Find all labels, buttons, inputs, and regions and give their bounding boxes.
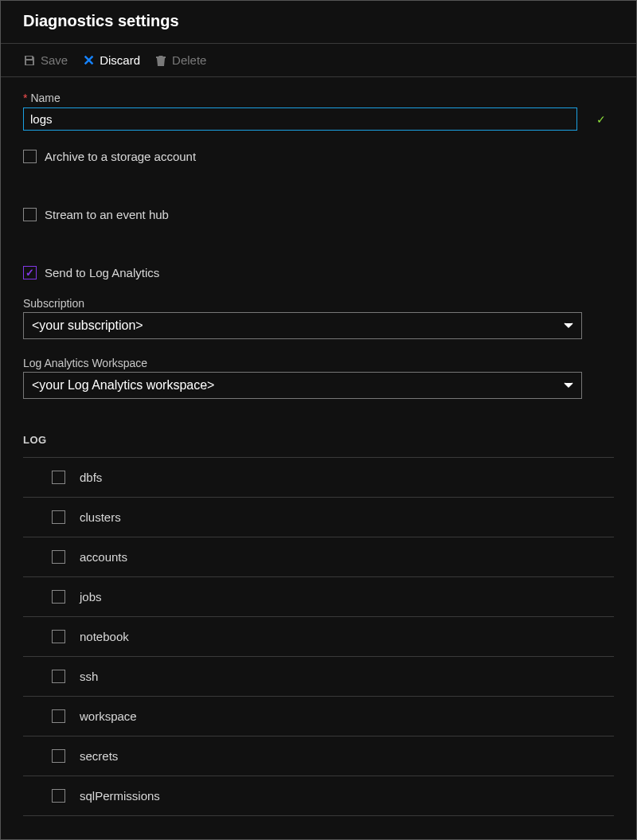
stream-label: Stream to an event hub <box>45 208 169 221</box>
page-header: Diagnostics settings <box>1 1 636 44</box>
delete-button[interactable]: Delete <box>154 53 206 67</box>
save-icon <box>23 54 36 67</box>
log-item[interactable]: workspace <box>23 696 614 736</box>
chevron-down-icon <box>564 380 573 391</box>
workspace-field: Log Analytics Workspace <your Log Analyt… <box>23 357 614 399</box>
log-item-checkbox[interactable] <box>52 789 65 803</box>
name-field-label: * Name <box>23 92 614 104</box>
stream-option[interactable]: Stream to an event hub <box>23 208 614 221</box>
save-label: Save <box>41 53 68 67</box>
log-item[interactable]: sqlPermissions <box>23 776 614 816</box>
log-item-label: jobs <box>80 590 102 604</box>
log-list: dbfsclustersaccountsjobsnotebooksshworks… <box>23 457 614 816</box>
log-analytics-label: Send to Log Analytics <box>45 266 159 279</box>
discard-button[interactable]: ✕ Discard <box>82 53 140 67</box>
content: * Name ✓ Archive to a storage account St… <box>1 77 636 824</box>
workspace-label: Log Analytics Workspace <box>23 357 614 369</box>
log-item-label: sqlPermissions <box>80 789 160 803</box>
log-analytics-option[interactable]: Send to Log Analytics <box>23 266 614 279</box>
subscription-value: <your subscription> <box>32 318 143 333</box>
archive-option[interactable]: Archive to a storage account <box>23 150 614 163</box>
log-item-checkbox[interactable] <box>52 630 65 643</box>
log-item-checkbox[interactable] <box>52 471 65 484</box>
log-item-checkbox[interactable] <box>52 749 65 763</box>
log-item-label: ssh <box>80 670 98 683</box>
delete-label: Delete <box>172 53 206 67</box>
check-icon: ✓ <box>596 113 606 126</box>
log-item[interactable]: secrets <box>23 736 614 776</box>
stream-checkbox[interactable] <box>23 208 37 221</box>
name-label-text: Name <box>30 92 60 104</box>
log-item-checkbox[interactable] <box>52 550 65 564</box>
log-item-checkbox[interactable] <box>52 709 65 723</box>
name-input[interactable] <box>23 107 577 131</box>
log-item-checkbox[interactable] <box>52 670 65 683</box>
toolbar: Save ✕ Discard Delete <box>1 44 636 77</box>
log-item-label: dbfs <box>80 471 102 484</box>
log-item-label: accounts <box>80 550 127 564</box>
workspace-select[interactable]: <your Log Analytics workspace> <box>23 372 582 399</box>
discard-label: Discard <box>100 53 140 67</box>
log-item[interactable]: accounts <box>23 537 614 576</box>
subscription-select[interactable]: <your subscription> <box>23 312 582 339</box>
log-item-checkbox[interactable] <box>52 510 65 524</box>
save-button[interactable]: Save <box>23 53 68 67</box>
required-marker: * <box>23 92 27 104</box>
log-item-checkbox[interactable] <box>52 590 65 604</box>
log-analytics-checkbox[interactable] <box>23 266 37 279</box>
log-item-label: clusters <box>80 510 121 524</box>
log-item-label: secrets <box>80 749 118 763</box>
chevron-down-icon <box>564 320 573 331</box>
log-item[interactable]: clusters <box>23 497 614 537</box>
log-item[interactable]: dbfs <box>23 457 614 497</box>
subscription-field: Subscription <your subscription> <box>23 297 614 339</box>
archive-checkbox[interactable] <box>23 150 37 163</box>
log-item-label: notebook <box>80 630 129 643</box>
trash-icon <box>154 54 167 67</box>
archive-label: Archive to a storage account <box>45 150 196 163</box>
subscription-label: Subscription <box>23 297 614 310</box>
log-item-label: workspace <box>80 709 137 723</box>
name-input-wrap: ✓ <box>23 107 614 131</box>
workspace-value: <your Log Analytics workspace> <box>32 378 214 393</box>
log-item[interactable]: ssh <box>23 656 614 696</box>
page-title: Diagnostics settings <box>23 12 614 30</box>
log-section-title: LOG <box>23 434 614 446</box>
log-item[interactable]: notebook <box>23 616 614 656</box>
x-icon: ✕ <box>82 54 95 67</box>
log-item[interactable]: jobs <box>23 576 614 616</box>
